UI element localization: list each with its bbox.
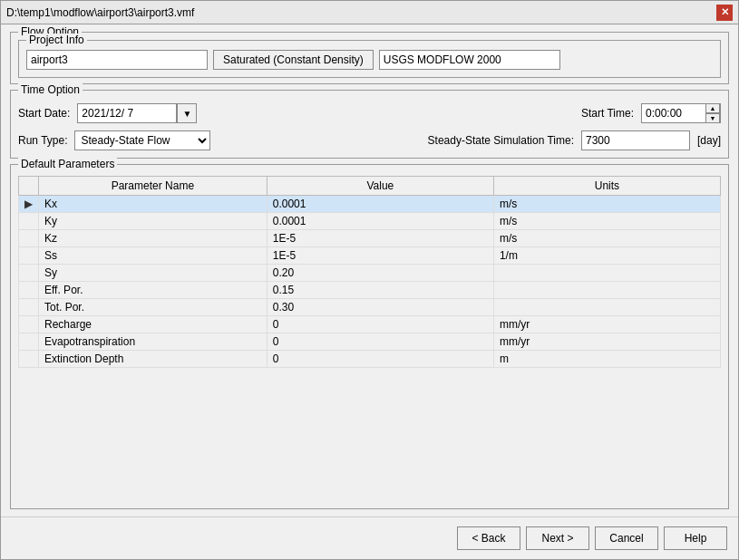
time-option-content: Start Date: ▼ Start Time: ▲ ▼: [18, 103, 721, 150]
params-table: Parameter Name Value Units ▶ Kx 0.0001 m…: [18, 176, 721, 368]
param-value-cell: 0.0001: [267, 196, 493, 213]
run-type-label: Run Type:: [18, 134, 67, 147]
table-row[interactable]: Tot. Por. 0.30: [19, 299, 721, 316]
param-value-cell: 0.20: [267, 265, 493, 282]
param-units-cell: m: [493, 351, 720, 368]
time-row-1: Start Date: ▼ Start Time: ▲ ▼: [18, 103, 721, 123]
param-name-cell: Kz: [39, 230, 267, 247]
col-value-header: Value: [267, 177, 493, 196]
project-name-input[interactable]: [26, 50, 208, 70]
param-value-cell: 1E-5: [267, 230, 493, 247]
flow-type-button[interactable]: Saturated (Constant Density): [213, 50, 374, 70]
main-window: D:\temp1\modflow\airport3\airport3.vmf ✕…: [0, 0, 739, 560]
start-time-input[interactable]: [642, 104, 705, 122]
row-arrow: [19, 351, 39, 368]
calendar-button[interactable]: ▼: [177, 103, 197, 123]
table-row[interactable]: Kz 1E-5 m/s: [19, 230, 721, 247]
run-type-select[interactable]: Steady-State Flow: [74, 130, 210, 150]
cancel-button[interactable]: Cancel: [595, 526, 658, 550]
col-arrow-header: [19, 177, 39, 196]
param-value-cell: 0.15: [267, 282, 493, 299]
row-arrow: [19, 316, 39, 333]
row-arrow: [19, 213, 39, 230]
row-arrow: [19, 333, 39, 351]
default-params-group: Default Parameters Parameter Name Value …: [10, 164, 729, 509]
table-row[interactable]: Extinction Depth 0 m: [19, 351, 721, 368]
start-date-input[interactable]: [77, 103, 177, 123]
default-params-label: Default Parameters: [18, 158, 117, 170]
param-name-cell: Tot. Por.: [39, 299, 267, 316]
sim-time-input[interactable]: [581, 130, 690, 150]
time-option-group: Time Option Start Date: ▼ Start Time: ▲: [10, 90, 729, 159]
param-units-cell: mm/yr: [493, 333, 720, 351]
param-name-cell: Ky: [39, 213, 267, 230]
row-arrow: [19, 265, 39, 282]
param-units-cell: m/s: [493, 213, 720, 230]
help-button[interactable]: Help: [664, 526, 727, 550]
time-option-label: Time Option: [18, 83, 83, 96]
time-spin-up[interactable]: ▲: [705, 103, 720, 113]
row-arrow: [19, 299, 39, 316]
sim-time-label: Steady-State Simulation Time:: [428, 134, 574, 147]
param-value-cell: 0.0001: [267, 213, 493, 230]
project-info-group: Project Info Saturated (Constant Density…: [18, 40, 721, 78]
param-units-cell: m/s: [493, 230, 720, 247]
main-content: Flow Option Project Info Saturated (Cons…: [1, 24, 738, 517]
param-name-cell: Eff. Por.: [39, 282, 267, 299]
param-value-cell: 0: [267, 333, 493, 351]
param-units-cell: 1/m: [493, 247, 720, 265]
row-arrow: [19, 230, 39, 247]
param-value-cell: 0: [267, 351, 493, 368]
param-value-cell: 1E-5: [267, 247, 493, 265]
param-name-cell: Ss: [39, 247, 267, 265]
footer: < Back Next > Cancel Help: [1, 517, 738, 559]
col-units-header: Units: [493, 177, 720, 196]
table-row[interactable]: Recharge 0 mm/yr: [19, 316, 721, 333]
param-units-cell: mm/yr: [493, 316, 720, 333]
solver-input[interactable]: [379, 50, 560, 70]
param-units-cell: [493, 282, 720, 299]
close-button[interactable]: ✕: [716, 5, 733, 21]
row-arrow: [19, 282, 39, 299]
param-name-cell: Kx: [39, 196, 267, 213]
param-value-cell: 0: [267, 316, 493, 333]
title-bar: D:\temp1\modflow\airport3\airport3.vmf ✕: [1, 1, 738, 24]
flow-option-group: Flow Option Project Info Saturated (Cons…: [10, 32, 729, 84]
day-unit-label: [day]: [697, 134, 721, 147]
start-time-wrapper: ▲ ▼: [641, 103, 721, 123]
param-units-cell: m/s: [493, 196, 720, 213]
row-arrow: ▶: [19, 196, 39, 213]
back-button[interactable]: < Back: [457, 526, 520, 550]
start-time-label: Start Time:: [581, 107, 634, 120]
project-info-row: Saturated (Constant Density): [26, 50, 713, 70]
time-row-2: Run Type: Steady-State Flow Steady-State…: [18, 130, 721, 150]
param-value-cell: 0.30: [267, 299, 493, 316]
col-param-name-header: Parameter Name: [39, 177, 267, 196]
table-row[interactable]: ▶ Kx 0.0001 m/s: [19, 196, 721, 213]
table-row[interactable]: Ss 1E-5 1/m: [19, 247, 721, 265]
table-row[interactable]: Eff. Por. 0.15: [19, 282, 721, 299]
date-wrapper: ▼: [77, 103, 197, 123]
param-name-cell: Sy: [39, 265, 267, 282]
param-name-cell: Recharge: [39, 316, 267, 333]
start-date-label: Start Date:: [18, 107, 70, 120]
window-title: D:\temp1\modflow\airport3\airport3.vmf: [6, 6, 194, 19]
project-info-label: Project Info: [26, 34, 87, 46]
param-units-cell: [493, 265, 720, 282]
table-row[interactable]: Evapotranspiration 0 mm/yr: [19, 333, 721, 351]
row-arrow: [19, 247, 39, 265]
time-spin-buttons: ▲ ▼: [705, 103, 720, 123]
param-name-cell: Evapotranspiration: [39, 333, 267, 351]
next-button[interactable]: Next >: [526, 526, 589, 550]
table-row[interactable]: Ky 0.0001 m/s: [19, 213, 721, 230]
param-units-cell: [493, 299, 720, 316]
param-name-cell: Extinction Depth: [39, 351, 267, 368]
time-spin-down[interactable]: ▼: [705, 113, 720, 123]
table-row[interactable]: Sy 0.20: [19, 265, 721, 282]
